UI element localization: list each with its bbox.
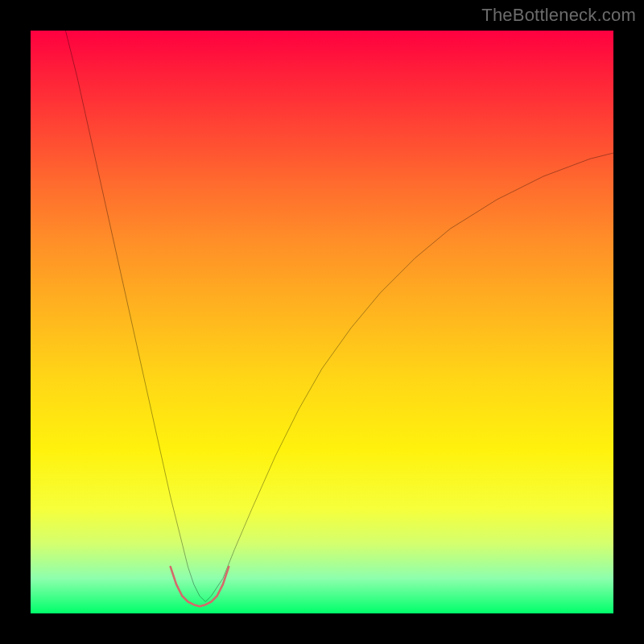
optimal-band-path: [171, 567, 229, 606]
chart-svg: [31, 31, 613, 613]
outer-frame: TheBottleneck.com: [0, 0, 644, 644]
plot-area: [31, 31, 613, 613]
bottleneck-curve-path: [65, 31, 613, 602]
watermark-label: TheBottleneck.com: [481, 5, 636, 26]
